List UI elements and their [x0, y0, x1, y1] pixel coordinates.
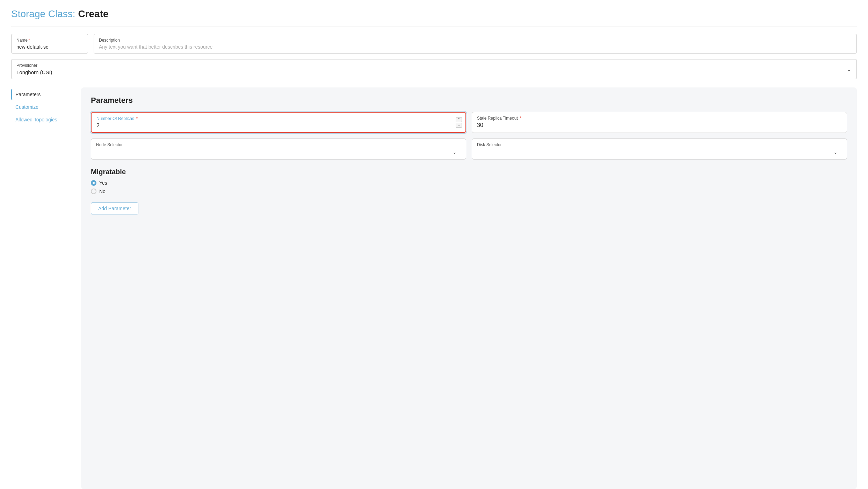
migratable-no-label: No — [99, 189, 106, 194]
migratable-yes-label: Yes — [99, 180, 107, 186]
provisioner-value: Longhorn (CSI) — [16, 69, 846, 75]
migratable-no-option[interactable]: No — [91, 189, 847, 194]
stale-replica-timeout-field: Stale Replica Timeout * 30 — [472, 112, 847, 133]
node-selector-label: Node Selector — [96, 142, 461, 147]
migratable-yes-radio[interactable] — [91, 180, 96, 186]
migratable-yes-option[interactable]: Yes — [91, 180, 847, 186]
migratable-section: Migratable Yes No — [91, 168, 847, 194]
disk-selector-label: Disk Selector — [477, 142, 842, 147]
migratable-title: Migratable — [91, 168, 847, 176]
provisioner-field-box[interactable]: Provisioner Longhorn (CSI) ⌄ — [11, 59, 857, 79]
node-selector-chevron-icon[interactable]: ⌄ — [453, 149, 457, 155]
number-of-replicas-field: Number Of Replicas * 2 ⌃ ⌄ — [91, 112, 466, 133]
sidebar-item-parameters[interactable]: Parameters — [11, 89, 75, 100]
name-field-box: Name* new-default-sc — [11, 34, 88, 54]
spinner-down-button[interactable]: ⌄ — [456, 123, 462, 128]
add-parameter-button[interactable]: Add Parameter — [91, 203, 138, 214]
node-selector-value[interactable] — [96, 149, 461, 156]
parameters-section-title: Parameters — [91, 96, 847, 105]
provisioner-chevron-icon[interactable]: ⌄ — [846, 65, 852, 73]
stale-replica-timeout-value[interactable]: 30 — [477, 122, 842, 128]
sidebar-item-customize[interactable]: Customize — [11, 101, 75, 113]
sidebar: Parameters Customize Allowed Topologies — [11, 87, 81, 489]
description-field-box: Description Any text you want that bette… — [94, 34, 857, 54]
disk-selector-chevron-icon[interactable]: ⌄ — [833, 149, 838, 155]
disk-selector-value[interactable] — [477, 149, 842, 156]
name-value[interactable]: new-default-sc — [16, 44, 83, 50]
number-of-replicas-label: Number Of Replicas * — [96, 116, 461, 121]
node-selector-field[interactable]: Node Selector ⌄ — [91, 139, 466, 160]
main-content: Parameters Number Of Replicas * 2 ⌃ ⌄ — [81, 87, 857, 489]
params-grid: Number Of Replicas * 2 ⌃ ⌄ Stale Replica… — [91, 112, 847, 160]
spinner-up-button[interactable]: ⌃ — [456, 117, 462, 122]
migratable-radio-group: Yes No — [91, 180, 847, 194]
name-label: Name* — [16, 38, 83, 43]
page-title: Storage Class: Create — [11, 8, 857, 20]
content-area: Parameters Customize Allowed Topologies … — [11, 87, 857, 489]
description-label: Description — [99, 38, 852, 43]
header-divider — [11, 27, 857, 27]
sidebar-item-allowed-topologies[interactable]: Allowed Topologies — [11, 114, 75, 125]
stale-replica-timeout-label: Stale Replica Timeout * — [477, 116, 842, 121]
provisioner-label: Provisioner — [16, 63, 846, 68]
number-of-replicas-spinner: ⌃ ⌄ — [456, 117, 462, 128]
top-fields-row: Name* new-default-sc Description Any tex… — [11, 34, 857, 54]
disk-selector-field[interactable]: Disk Selector ⌄ — [472, 139, 847, 160]
migratable-no-radio[interactable] — [91, 189, 96, 194]
description-placeholder[interactable]: Any text you want that better describes … — [99, 44, 852, 50]
number-of-replicas-value[interactable]: 2 — [96, 122, 461, 129]
